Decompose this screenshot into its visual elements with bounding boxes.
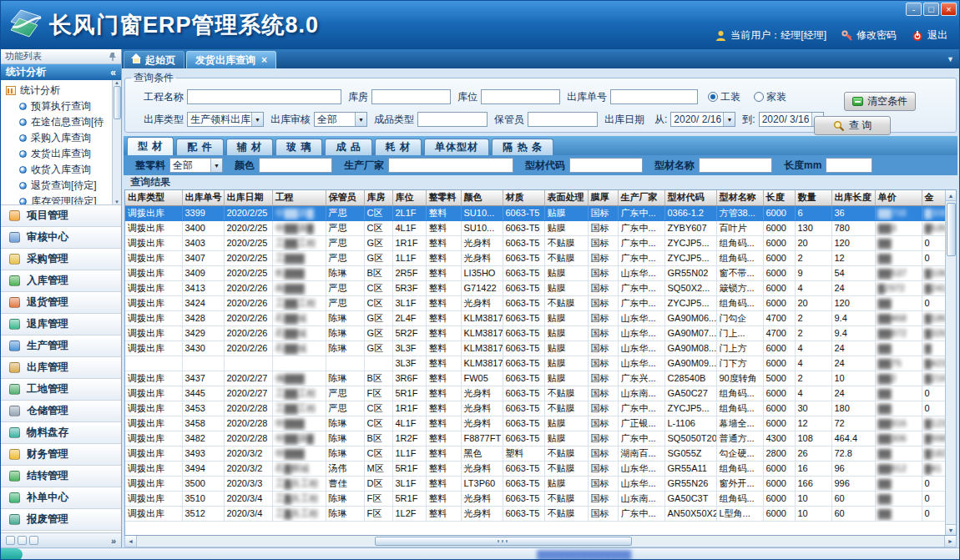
tab-list-dropdown-icon[interactable]: ▼ (947, 55, 954, 63)
table-row[interactable]: 调拨出库34282020/2/26石▓▓城陈琳G区2L4F整料KLM381760… (125, 310, 950, 325)
column-header[interactable]: 数量 (795, 190, 831, 205)
material-tab[interactable]: 隔 热 条 (492, 139, 553, 155)
whole-material-select[interactable]: 全部▼ (169, 158, 223, 173)
table-row[interactable]: 调拨出库34032020/2/25工▓▓工程严思G区1R1F整料光身料6063-… (125, 235, 950, 250)
table-row[interactable]: 调拨出库34582020/2/28华▓▓▓陈琳C区4L1F整料光身料6063-T… (125, 416, 950, 431)
column-header[interactable]: 库位 (392, 190, 426, 205)
column-header[interactable]: 表面处理 (544, 190, 588, 205)
product-type-input[interactable] (417, 112, 488, 127)
table-row[interactable]: 调拨出库34132020/2/26南▓▓▓严思C区5R3F整料G71422606… (125, 280, 950, 295)
material-tab[interactable]: 单体型材 (424, 139, 489, 155)
sidebar-module-item[interactable]: 报废管理 (1, 509, 121, 531)
scroll-right-icon[interactable]: ► (944, 536, 956, 547)
order-no-input[interactable] (610, 89, 698, 104)
material-tab[interactable]: 成 品 (325, 139, 371, 155)
audit-select[interactable]: 全部▼ (314, 112, 367, 127)
column-header[interactable]: 长度 (763, 190, 795, 205)
color-input[interactable] (259, 158, 332, 173)
sidebar-footer-button[interactable] (29, 536, 38, 545)
horizontal-scrollbar[interactable]: ◄ ► (124, 536, 957, 547)
table-row[interactable]: 3L3F整料KLM38176063-T5贴膜国标山东华...GA90M09...… (125, 356, 950, 371)
tab-close-icon[interactable]: × (261, 56, 267, 64)
column-header[interactable]: 膜厚 (588, 190, 618, 205)
sidebar-module-item[interactable]: 工地管理 (1, 379, 121, 401)
location-input[interactable] (481, 89, 560, 104)
table-row[interactable]: 调拨出库34452020/2/27工▓▓工程严思F区5R1F整料光身料6063-… (125, 386, 950, 401)
project-name-input[interactable] (187, 89, 341, 104)
table-row[interactable]: 调拨出库34072020/2/25工▓▓▓严思G区1L1F整料光身料6063-T… (125, 250, 950, 265)
profile-name-input[interactable] (699, 158, 772, 173)
column-header[interactable]: 生产厂家 (618, 190, 664, 205)
material-tab[interactable]: 耗 材 (375, 139, 422, 155)
tree-item[interactable]: 在途信息查询[待 (6, 114, 111, 130)
sidebar-module-item[interactable]: 结转管理 (1, 466, 121, 487)
column-header[interactable]: 出库日期 (224, 190, 272, 205)
column-header[interactable]: 保管员 (326, 190, 364, 205)
column-header[interactable]: 库房 (364, 190, 392, 205)
column-header[interactable]: 颜色 (461, 190, 503, 205)
column-header[interactable]: 工程 (272, 190, 326, 205)
sidebar-section-statistics[interactable]: 统计分析 « (1, 64, 121, 80)
tree-item[interactable]: 库存管理[待定] (6, 194, 111, 205)
keeper-input[interactable] (528, 112, 598, 127)
vscroll-thumb[interactable] (947, 203, 956, 256)
sidebar-module-item[interactable]: 审核中心 (1, 227, 121, 249)
length-input[interactable] (826, 158, 872, 173)
table-row[interactable]: 调拨出库34942020/3/2石▓辉城汤伟M区5R1F整料光身料6063-T5… (125, 461, 950, 476)
table-row[interactable]: 调拨出库34372020/2/27佛▓▓▓陈琳B区3R6F整料FW056063-… (125, 371, 950, 386)
table-row[interactable]: 调拨出库34302020/2/26石▓▓城陈琳G区3L3F整料KLM381760… (125, 341, 950, 356)
sidebar-module-item[interactable]: 采购管理 (1, 249, 121, 270)
column-header[interactable]: 型材名称 (716, 190, 763, 205)
table-row[interactable]: 调拨出库35102020/3/4工▓共工程陈琳F区5R1F整料光身料6063-T… (125, 491, 950, 506)
material-tab[interactable]: 型 材 (127, 137, 174, 155)
tab-shipping-outbound-query[interactable]: 发货出库查询× (186, 51, 276, 68)
column-header[interactable]: 材质 (503, 190, 544, 205)
radio-home-decoration[interactable] (754, 92, 764, 102)
material-tab[interactable]: 配 件 (176, 139, 223, 155)
clear-conditions-button[interactable]: 清空条件 (844, 92, 916, 111)
column-header[interactable]: 型材代码 (664, 190, 716, 205)
tree-root-item[interactable]: 统计分析 (6, 83, 111, 98)
outbound-type-select[interactable]: 生产领料出库▼ (187, 112, 264, 127)
tree-item[interactable]: 预算执行查询 (6, 98, 111, 114)
radio-work-label[interactable]: 工装 (720, 90, 740, 104)
radio-work-decoration[interactable] (708, 92, 718, 102)
table-row[interactable]: 调拨出库34932020/3/2华▓▓▓陈琳C区1L1F整料黑色塑料不贴膜国标湖… (125, 446, 950, 461)
scroll-down-icon[interactable]: ▼ (114, 199, 119, 204)
tree-item[interactable]: 发货出库查询 (6, 146, 111, 162)
manufacturer-input[interactable] (388, 158, 513, 173)
logout-button[interactable]: 退出 (912, 28, 947, 43)
material-tab[interactable]: 玻 璃 (275, 139, 322, 155)
warehouse-input[interactable] (371, 89, 451, 104)
sidebar-module-item[interactable]: 退库管理 (1, 314, 121, 335)
column-header[interactable]: 整零料 (426, 190, 461, 205)
column-header[interactable]: 出库长度 (831, 190, 875, 205)
sidebar-module-item[interactable]: 财务管理 (1, 444, 121, 466)
tab-start-page[interactable]: 起始页 (124, 51, 184, 68)
column-header[interactable]: 出库类型 (125, 190, 182, 205)
scroll-down-icon[interactable]: ▼ (946, 524, 956, 535)
tree-scrollbar[interactable]: ▲ ▼ (112, 80, 121, 204)
table-row[interactable]: 调拨出库34242020/2/26工▓▓工程严思C区3L1F整料光身料6063-… (125, 295, 950, 310)
tree-scroll-thumb[interactable] (114, 86, 121, 119)
sidebar-module-item[interactable]: 出库管理 (1, 357, 121, 379)
pin-icon[interactable] (109, 52, 117, 61)
tree-item[interactable]: 收货入库查询 (6, 162, 111, 178)
sidebar-module-item[interactable]: 项目管理 (1, 205, 121, 227)
table-row[interactable]: 调拨出库34092020/2/25长▓▓▓陈琳B区2R5F整料LI35HO606… (125, 265, 950, 280)
table-row[interactable]: 调拨出库34002020/2/25华▓▓源▓严思C区4L1F整料SU10...6… (125, 220, 950, 235)
sidebar-module-item[interactable]: 生产管理 (1, 335, 121, 357)
sidebar-module-item[interactable]: 补单中心 (1, 487, 121, 509)
sidebar-module-item[interactable]: 退货管理 (1, 292, 121, 314)
hscroll-thumb[interactable] (375, 537, 632, 546)
table-row[interactable]: 调拨出库34292020/2/26石▓▓城陈琳G区5R2F整料KLM381760… (125, 325, 950, 341)
change-password-link[interactable]: 修改密码 (841, 28, 897, 43)
table-row[interactable]: 调拨出库35002020/3/3工▓共工程曹佳D区3L1F整料LT3P60606… (125, 476, 950, 491)
profile-code-input[interactable] (569, 158, 643, 173)
sidebar-module-item[interactable]: 入库管理 (1, 270, 121, 292)
collapse-icon[interactable]: « (110, 67, 116, 78)
sidebar-footer-button[interactable] (18, 536, 27, 545)
close-button[interactable]: × (941, 3, 957, 16)
column-header[interactable]: 出库单号 (182, 190, 224, 205)
minimize-button[interactable]: - (906, 3, 922, 16)
